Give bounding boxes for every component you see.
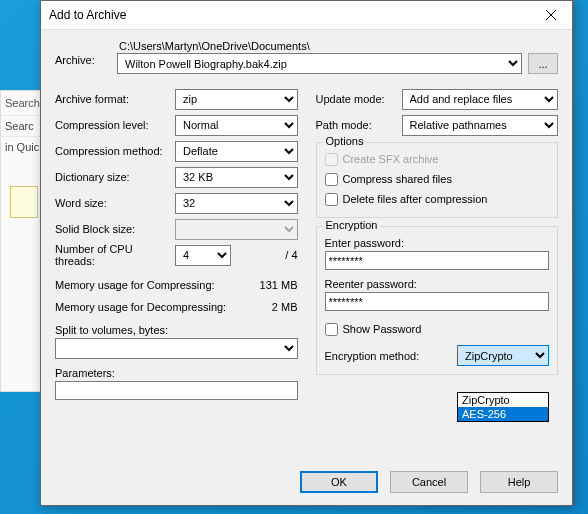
encryption-method-combo[interactable]: ZipCrypto xyxy=(457,345,549,366)
mem-decompress-label: Memory usage for Decompressing: xyxy=(55,301,238,313)
dictionary-size-label: Dictionary size: xyxy=(55,171,175,183)
archive-file-combo[interactable]: Wilton Powell Biography.bak4.zip xyxy=(117,53,522,74)
add-to-archive-dialog: Add to Archive Archive: C:\Users\Martyn\… xyxy=(40,0,573,506)
solid-block-combo[interactable] xyxy=(175,219,298,240)
encryption-method-dropdown[interactable]: ZipCrypto AES-256 xyxy=(457,392,549,422)
cpu-threads-total: / 4 xyxy=(239,249,298,261)
parameters-label: Parameters: xyxy=(55,367,298,379)
help-button[interactable]: Help xyxy=(480,471,558,493)
archive-format-combo[interactable]: zip xyxy=(175,89,298,110)
cpu-threads-label: Number of CPU threads: xyxy=(55,243,175,267)
cancel-button[interactable]: Cancel xyxy=(390,471,468,493)
compress-shared-checkbox[interactable] xyxy=(325,173,338,186)
split-volumes-combo[interactable] xyxy=(55,338,298,359)
sfx-checkbox xyxy=(325,153,338,166)
archive-folder-path: C:\Users\Martyn\OneDrive\Documents\ xyxy=(117,40,522,52)
update-mode-label: Update mode: xyxy=(316,93,402,105)
browse-button[interactable]: ... xyxy=(528,53,558,74)
encryption-fieldset: Encryption Enter password: Reenter passw… xyxy=(316,226,559,375)
encryption-method-label: Encryption method: xyxy=(325,350,458,362)
dictionary-size-combo[interactable]: 32 KB xyxy=(175,167,298,188)
word-size-combo[interactable]: 32 xyxy=(175,193,298,214)
mem-compress-value: 131 MB xyxy=(238,279,298,291)
encryption-legend: Encryption xyxy=(323,219,381,231)
delete-after-checkbox[interactable] xyxy=(325,193,338,206)
solid-block-label: Solid Block size: xyxy=(55,223,175,235)
enter-password-input[interactable] xyxy=(325,251,550,270)
cpu-threads-combo[interactable]: 4 xyxy=(175,245,231,266)
close-icon xyxy=(546,10,556,20)
right-column: Update mode: Add and replace files Path … xyxy=(316,86,559,400)
path-mode-label: Path mode: xyxy=(316,119,402,131)
parameters-input[interactable] xyxy=(55,381,298,400)
show-password-label: Show Password xyxy=(343,323,422,335)
reenter-password-input[interactable] xyxy=(325,292,550,311)
left-column: Archive format: zip Compression level: N… xyxy=(55,86,298,400)
split-volumes-label: Split to volumes, bytes: xyxy=(55,324,298,336)
encryption-option-aes256[interactable]: AES-256 xyxy=(458,407,548,421)
dialog-buttons: OK Cancel Help xyxy=(41,461,572,505)
titlebar: Add to Archive xyxy=(41,1,572,30)
ok-button[interactable]: OK xyxy=(300,471,378,493)
mem-decompress-value: 2 MB xyxy=(238,301,298,313)
archive-label: Archive: xyxy=(55,40,107,74)
delete-after-label: Delete files after compression xyxy=(343,193,488,205)
archive-format-label: Archive format: xyxy=(55,93,175,105)
compression-method-combo[interactable]: Deflate xyxy=(175,141,298,162)
reenter-password-label: Reenter password: xyxy=(325,278,550,290)
mem-compress-label: Memory usage for Compressing: xyxy=(55,279,238,291)
options-legend: Options xyxy=(323,135,367,147)
options-fieldset: Options Create SFX archive Compress shar… xyxy=(316,142,559,218)
compression-level-combo[interactable]: Normal xyxy=(175,115,298,136)
compression-level-label: Compression level: xyxy=(55,119,175,131)
compress-shared-label: Compress shared files xyxy=(343,173,452,185)
close-button[interactable] xyxy=(530,1,572,29)
word-size-label: Word size: xyxy=(55,197,175,209)
dialog-title: Add to Archive xyxy=(49,8,530,22)
sfx-label: Create SFX archive xyxy=(343,153,439,165)
path-mode-combo[interactable]: Relative pathnames xyxy=(402,115,559,136)
file-icon xyxy=(10,186,38,218)
enter-password-label: Enter password: xyxy=(325,237,550,249)
show-password-checkbox[interactable] xyxy=(325,323,338,336)
encryption-option-zipcrypto[interactable]: ZipCrypto xyxy=(458,393,548,407)
compression-method-label: Compression method: xyxy=(55,145,175,157)
update-mode-combo[interactable]: Add and replace files xyxy=(402,89,559,110)
